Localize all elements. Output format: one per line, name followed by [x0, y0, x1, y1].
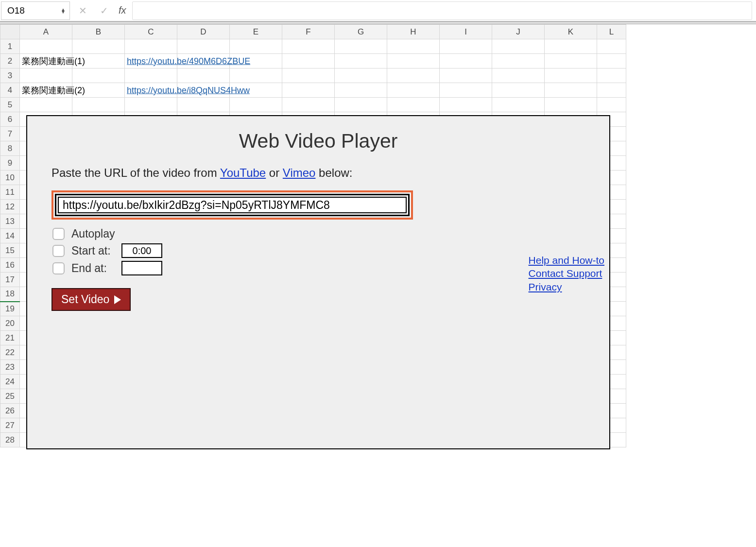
cell-G5[interactable]: [335, 98, 387, 112]
cell-F4[interactable]: [282, 83, 335, 98]
cell-H1[interactable]: [387, 39, 440, 54]
row-header-10[interactable]: 10: [0, 171, 20, 185]
column-header-F[interactable]: F: [282, 25, 335, 39]
name-box[interactable]: O18 ▲▼: [1, 1, 70, 20]
cell-A3[interactable]: [20, 68, 72, 83]
start-at-input[interactable]: [121, 243, 162, 258]
cell-D5[interactable]: [177, 98, 230, 112]
column-header-I[interactable]: I: [440, 25, 492, 39]
row-header-14[interactable]: 14: [0, 229, 20, 243]
cell-H2[interactable]: [387, 54, 440, 68]
cell-K2[interactable]: [545, 54, 597, 68]
cell-A4[interactable]: 業務関連動画(2): [20, 83, 72, 98]
row-header-17[interactable]: 17: [0, 273, 20, 287]
row-header-5[interactable]: 5: [0, 98, 20, 112]
privacy-link[interactable]: Privacy: [529, 280, 604, 293]
row-header-8[interactable]: 8: [0, 141, 20, 156]
column-header-L[interactable]: L: [597, 25, 626, 39]
row-header-27[interactable]: 27: [0, 418, 20, 433]
row-header-18[interactable]: 18: [0, 287, 20, 302]
cell-B1[interactable]: [72, 39, 125, 54]
row-header-24[interactable]: 24: [0, 375, 20, 389]
autoplay-checkbox[interactable]: [52, 228, 65, 240]
cell-C5[interactable]: [125, 98, 177, 112]
video-url-input[interactable]: [58, 197, 407, 213]
column-header-K[interactable]: K: [545, 25, 597, 39]
cell-C3[interactable]: [125, 68, 177, 83]
cell-J4[interactable]: [492, 83, 545, 98]
row-header-1[interactable]: 1: [0, 39, 20, 54]
cell-I1[interactable]: [440, 39, 492, 54]
row-header-2[interactable]: 2: [0, 54, 20, 68]
cell-B3[interactable]: [72, 68, 125, 83]
row-header-20[interactable]: 20: [0, 316, 20, 331]
cell-G1[interactable]: [335, 39, 387, 54]
row-header-11[interactable]: 11: [0, 185, 20, 200]
cell-I4[interactable]: [440, 83, 492, 98]
cell-I3[interactable]: [440, 68, 492, 83]
column-header-E[interactable]: E: [230, 25, 282, 39]
row-header-26[interactable]: 26: [0, 404, 20, 418]
row-header-12[interactable]: 12: [0, 200, 20, 214]
column-header-A[interactable]: A: [20, 25, 72, 39]
youtube-link[interactable]: YouTube: [220, 166, 266, 179]
row-header-19[interactable]: 19: [0, 302, 20, 316]
row-header-28[interactable]: 28: [0, 433, 20, 447]
select-all-corner[interactable]: [0, 25, 20, 39]
row-header-23[interactable]: 23: [0, 360, 20, 375]
cell-F5[interactable]: [282, 98, 335, 112]
cell-E5[interactable]: [230, 98, 282, 112]
cell-H4[interactable]: [387, 83, 440, 98]
set-video-button[interactable]: Set Video: [52, 288, 131, 311]
help-link[interactable]: Help and How-to: [529, 254, 604, 267]
row-header-13[interactable]: 13: [0, 214, 20, 229]
cell-F1[interactable]: [282, 39, 335, 54]
cell-D3[interactable]: [177, 68, 230, 83]
row-header-21[interactable]: 21: [0, 331, 20, 345]
row-header-22[interactable]: 22: [0, 345, 20, 360]
cell-F2[interactable]: [282, 54, 335, 68]
column-header-C[interactable]: C: [125, 25, 177, 39]
column-header-G[interactable]: G: [335, 25, 387, 39]
cell-A5[interactable]: [20, 98, 72, 112]
start-at-checkbox[interactable]: [52, 245, 65, 257]
cell-K4[interactable]: [545, 83, 597, 98]
fx-icon[interactable]: fx: [119, 5, 126, 16]
cell-L1[interactable]: [597, 39, 626, 54]
cell-H3[interactable]: [387, 68, 440, 83]
cell-J1[interactable]: [492, 39, 545, 54]
row-header-6[interactable]: 6: [0, 112, 20, 127]
row-header-25[interactable]: 25: [0, 389, 20, 404]
name-box-spinner-icon[interactable]: ▲▼: [61, 8, 66, 13]
cell-G2[interactable]: [335, 54, 387, 68]
column-header-H[interactable]: H: [387, 25, 440, 39]
cell-J2[interactable]: [492, 54, 545, 68]
end-at-checkbox[interactable]: [52, 262, 65, 274]
cell-K3[interactable]: [545, 68, 597, 83]
cell-C4[interactable]: https://youtu.be/i8QqNUS4Hww: [125, 83, 177, 98]
row-header-16[interactable]: 16: [0, 258, 20, 273]
cell-K1[interactable]: [545, 39, 597, 54]
cell-H5[interactable]: [387, 98, 440, 112]
cell-K5[interactable]: [545, 98, 597, 112]
vimeo-link[interactable]: Vimeo: [283, 166, 316, 179]
row-header-9[interactable]: 9: [0, 156, 20, 171]
cell-L4[interactable]: [597, 83, 626, 98]
cell-J3[interactable]: [492, 68, 545, 83]
contact-support-link[interactable]: Contact Support: [529, 267, 604, 280]
row-header-15[interactable]: 15: [0, 243, 20, 258]
cell-B5[interactable]: [72, 98, 125, 112]
cell-C2[interactable]: https://youtu.be/490M6D6ZBUE: [125, 54, 177, 68]
cell-F3[interactable]: [282, 68, 335, 83]
cell-C1[interactable]: [125, 39, 177, 54]
row-header-4[interactable]: 4: [0, 83, 20, 98]
cell-I2[interactable]: [440, 54, 492, 68]
cell-L3[interactable]: [597, 68, 626, 83]
formula-input[interactable]: [132, 1, 752, 20]
row-header-3[interactable]: 3: [0, 68, 20, 83]
cell-L2[interactable]: [597, 54, 626, 68]
column-header-J[interactable]: J: [492, 25, 545, 39]
cell-A2[interactable]: 業務関連動画(1): [20, 54, 72, 68]
end-at-input[interactable]: [121, 261, 162, 275]
cell-E1[interactable]: [230, 39, 282, 54]
